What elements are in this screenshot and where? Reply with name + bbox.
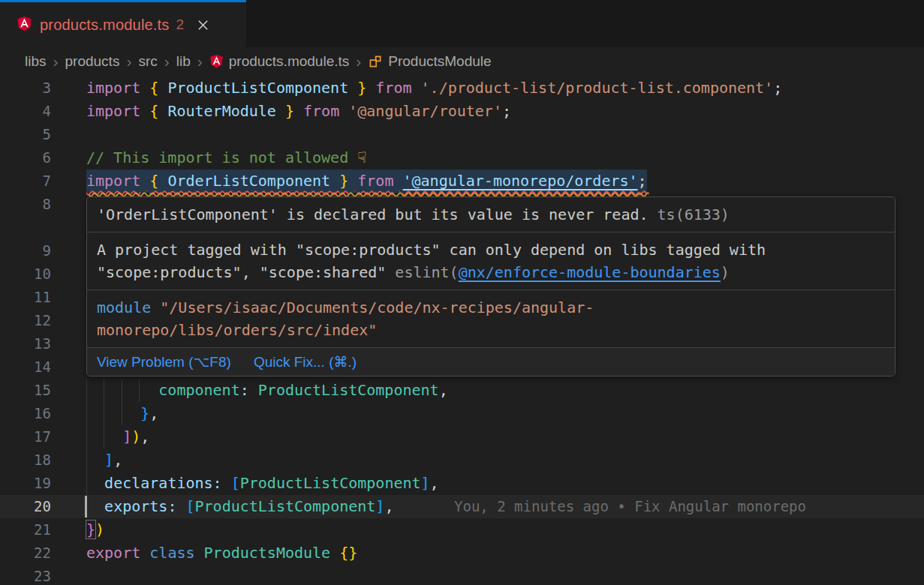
code-line[interactable]: 5 xyxy=(0,123,924,146)
code-line[interactable]: 7import { OrderListComponent } from '@an… xyxy=(0,170,924,193)
code-token xyxy=(86,497,104,515)
code-content[interactable] xyxy=(86,565,924,585)
code-line[interactable]: 21}) xyxy=(0,518,924,542)
error-highlight-range: import { OrderListComponent } from '@ang… xyxy=(86,170,647,193)
code-line[interactable]: 16 }, xyxy=(0,402,924,425)
hover-text: module xyxy=(97,298,151,316)
code-token: exports: xyxy=(104,497,176,515)
code-token: : xyxy=(240,381,249,399)
code-token: { xyxy=(149,102,158,120)
eslint-rule-link[interactable]: @nx/enforce-module-boundaries xyxy=(459,263,721,281)
code-content[interactable]: component: ProductListComponent, xyxy=(86,379,924,402)
class-symbol-icon xyxy=(368,54,383,69)
code-content[interactable]: export class ProductsModule {} xyxy=(86,542,924,565)
code-line[interactable]: 6// This import is not allowed ☟ xyxy=(0,146,924,170)
hover-line: monorepo/libs/orders/src/index" xyxy=(97,319,885,341)
code-line[interactable]: 3import { ProductListComponent } from '.… xyxy=(0,76,924,100)
code-line[interactable]: 20 exports: [ProductListComponent],You, … xyxy=(0,495,924,518)
line-number: 12 xyxy=(0,309,51,332)
indent-guide xyxy=(122,379,122,402)
line-number: 17 xyxy=(0,425,51,448)
hover-text: "/Users/isaac/Documents/code/nx-recipes/… xyxy=(151,298,594,316)
code-token: RouterModule xyxy=(158,102,285,120)
indent-guide xyxy=(139,379,140,402)
code-token: './product-list/product-list.component' xyxy=(421,79,774,97)
code-line[interactable]: 19 declarations: [ProductListComponent], xyxy=(0,472,924,495)
chevron-right-icon: › xyxy=(164,52,170,70)
code-token xyxy=(249,381,258,399)
code-token: import xyxy=(86,79,140,97)
breadcrumb-item-libs[interactable]: libs xyxy=(25,53,47,70)
code-content[interactable]: exports: [ProductListComponent],You, 2 m… xyxy=(86,495,924,518)
breadcrumb-item-lib[interactable]: lib xyxy=(176,53,191,70)
line-number: 6 xyxy=(0,146,51,170)
code-line[interactable]: 23 xyxy=(0,565,924,585)
line-number: 19 xyxy=(0,472,51,495)
tab-products-module[interactable]: products.module.ts 2 xyxy=(0,0,246,47)
breadcrumb-item-symbol[interactable]: ProductsModule xyxy=(388,53,491,70)
line-number: 16 xyxy=(0,402,51,425)
code-token xyxy=(140,172,149,190)
code-token: ; xyxy=(773,79,782,97)
code-token: class xyxy=(149,544,194,562)
code-token xyxy=(348,172,357,190)
breadcrumb-item-products[interactable]: products xyxy=(65,53,120,70)
code-content[interactable]: }) xyxy=(86,518,924,542)
code-token: , xyxy=(430,474,439,492)
indent-guide xyxy=(122,402,122,425)
code-content[interactable]: }, xyxy=(86,402,924,425)
code-token: // This import is not allowed xyxy=(86,148,357,166)
hover-line: A project tagged with "scope:products" c… xyxy=(97,238,885,261)
code-token: } xyxy=(339,172,348,190)
code-token: ] xyxy=(122,428,131,446)
hover-line: module "/Users/isaac/Documents/code/nx-r… xyxy=(97,296,885,319)
code-content[interactable]: // This import is not allowed ☟ xyxy=(86,146,924,170)
tab-title: products.module.ts xyxy=(40,16,170,34)
git-blame-annotation: You, 2 minutes ago • Fix Angular monorep… xyxy=(454,495,806,518)
code-token: ProductListComponent xyxy=(258,381,439,399)
breadcrumb-item-file[interactable]: products.module.ts xyxy=(229,53,350,70)
code-token: OrderListComponent xyxy=(158,172,339,190)
line-number: 20 xyxy=(0,495,51,518)
code-content[interactable]: ], xyxy=(86,448,924,472)
code-line[interactable]: 4import { RouterModule } from '@angular/… xyxy=(0,100,924,123)
code-line[interactable]: 18 ], xyxy=(0,448,924,472)
code-content[interactable]: import { OrderListComponent } from '@ang… xyxy=(86,170,924,193)
code-content[interactable]: declarations: [ProductListComponent], xyxy=(86,472,924,495)
line-number: 10 xyxy=(0,262,51,286)
hover-section: A project tagged with "scope:products" c… xyxy=(87,232,895,290)
code-content[interactable] xyxy=(86,123,924,146)
code-line[interactable]: 15 component: ProductListComponent, xyxy=(0,379,924,402)
code-token: [ xyxy=(185,497,194,515)
view-problem-action[interactable]: View Problem (⌥F8) xyxy=(97,353,231,370)
hover-line: 'OrderListComponent' is declared but its… xyxy=(97,203,885,226)
editor[interactable]: 3import { ProductListComponent } from '.… xyxy=(0,75,924,585)
code-content[interactable]: import { ProductListComponent } from './… xyxy=(86,76,924,100)
line-number: 7 xyxy=(0,170,51,193)
code-token xyxy=(339,102,348,120)
line-number: 4 xyxy=(0,100,51,123)
code-content[interactable]: ]), xyxy=(86,425,924,448)
code-token xyxy=(140,79,149,97)
code-token: , xyxy=(149,404,158,422)
hover-section: module "/Users/isaac/Documents/code/nx-r… xyxy=(87,290,895,347)
code-token: } xyxy=(86,520,95,538)
code-content[interactable]: import { RouterModule } from '@angular/r… xyxy=(86,100,924,123)
close-icon[interactable] xyxy=(196,18,210,32)
line-number: 14 xyxy=(0,356,51,379)
quick-fix-action[interactable]: Quick Fix... (⌘.) xyxy=(254,353,357,370)
code-token: declarations: xyxy=(104,474,222,492)
code-token xyxy=(366,79,375,97)
code-line[interactable]: 17 ]), xyxy=(0,425,924,448)
indent-guide xyxy=(86,402,87,425)
breadcrumb-item-src[interactable]: src xyxy=(138,53,157,70)
code-token: '@angular/router' xyxy=(348,102,502,120)
code-token: } xyxy=(140,404,149,422)
code-token: , xyxy=(384,497,393,515)
code-line[interactable]: 22export class ProductsModule {} xyxy=(0,542,924,565)
line-number: 22 xyxy=(0,542,51,565)
code-token: ] xyxy=(421,474,430,492)
hover-line: "scope:products", "scope:shared" eslint(… xyxy=(97,261,885,284)
code-token: ) xyxy=(131,428,140,446)
angular-icon xyxy=(17,16,32,34)
